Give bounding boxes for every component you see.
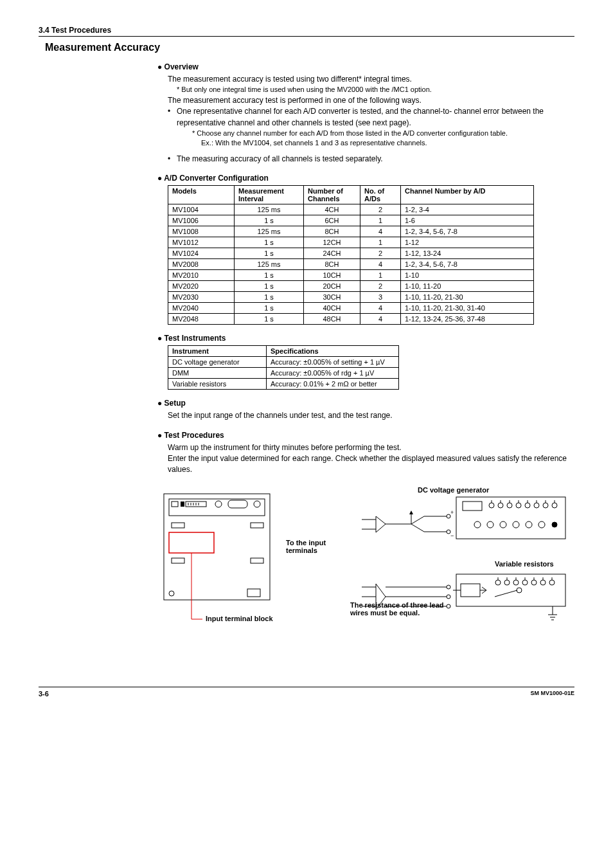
svg-rect-18 [247,589,260,597]
cell-model: MV2030 [168,292,235,303]
overview-bullet1a: One representative channel for each A/D … [177,107,452,116]
cell-channel-number: 1-2, 3-4, 5-6, 7-8 [401,226,534,237]
th-models: Models [168,186,235,204]
svg-rect-19 [169,532,214,553]
cell-channel-number: 1-12, 13-24, 25-36, 37-48 [401,314,534,325]
svg-point-49 [543,503,548,508]
overview-note1: * But only one integral time is used whe… [177,85,574,95]
setup-text: Set the input range of the channels unde… [168,410,574,421]
cell-spec: Accuracy: 0.01% + 2 mΩ or better [267,379,399,390]
page-number: 3-6 [39,690,49,698]
section-header: 3.4 Test Procedures [39,26,574,37]
variable-resistors-label: Variable resistors [495,560,554,568]
cell-channel-number: 1-12 [401,237,534,248]
cell-ads: 1 [360,270,401,281]
cell-instrument: DC voltage generator [168,357,267,368]
svg-point-81 [513,580,519,585]
cell-model: MV2008 [168,259,235,270]
cell-interval: 125 ms [235,204,304,215]
table-row: MV1004125 ms4CH21-2, 3-4 [168,204,534,215]
cell-interval: 125 ms [235,259,304,270]
cell-model: MV2048 [168,314,235,325]
cell-channel-number: 1-2, 3-4, 5-6, 7-8 [401,259,534,270]
svg-rect-74 [461,584,480,597]
cell-channels: 6CH [304,215,360,226]
cell-interval: 1 s [235,237,304,248]
svg-text:−: − [450,532,454,539]
overview-line2: The measurement accuracy test is perform… [168,95,574,106]
cell-interval: 1 s [235,215,304,226]
cell-interval: 1 s [235,281,304,292]
cell-channel-number: 1-2, 3-4 [401,204,534,215]
svg-rect-13 [172,523,184,528]
table-row: MV1008125 ms8CH41-2, 3-4, 5-6, 7-8 [168,226,534,237]
table-row: MV20301 s30CH31-10, 11-20, 21-30 [168,292,534,303]
wiring-diagram: + − [157,487,574,667]
svg-point-87 [540,580,546,585]
cell-channels: 8CH [304,259,360,270]
dc-generator-label: DC voltage generator [418,486,489,494]
svg-point-57 [526,521,532,528]
svg-text:+: + [450,509,454,516]
input-terminal-label: Input terminal block [206,615,273,622]
cell-channel-number: 1-10 [401,270,534,281]
cell-ads: 4 [360,314,401,325]
th-cn: Channel Number by A/D [401,186,534,204]
overview-note2a: * Choose any channel number for each A/D… [192,129,574,138]
cell-channel-number: 1-10, 11-20 [401,281,534,292]
svg-rect-73 [456,574,565,606]
cell-channel-number: 1-10, 11-20, 21-30 [401,292,534,303]
svg-point-92 [517,588,522,593]
cell-channels: 20CH [304,281,360,292]
svg-point-51 [552,503,557,508]
svg-rect-36 [463,502,482,511]
table-row: DMMAccuracy: ±0.005% of rdg + 1 µV [168,368,399,379]
cell-interval: 1 s [235,314,304,325]
cell-ads: 2 [360,281,401,292]
doc-id: SM MV1000-01E [530,690,574,698]
cell-ads: 4 [360,259,401,270]
table-row: MV10121 s12CH11-12 [168,237,534,248]
svg-line-28 [411,524,424,532]
table-row: MV10061 s6CH11-6 [168,215,534,226]
svg-point-89 [549,580,555,585]
cell-channels: 10CH [304,270,360,281]
adc-heading: ● A/D Converter Configuration [157,174,574,183]
setup-heading: ● Setup [157,399,574,408]
cell-interval: 1 s [235,303,304,314]
svg-line-91 [495,590,517,597]
cell-ads: 1 [360,215,401,226]
cell-model: MV2020 [168,281,235,292]
cell-spec: Accuracy: ±0.005% of setting + 1 µV [267,357,399,368]
svg-rect-3 [181,502,184,507]
svg-point-54 [487,521,493,528]
cell-ads: 2 [360,248,401,259]
svg-point-17 [169,591,174,596]
svg-point-55 [500,521,506,528]
cell-channels: 30CH [304,292,360,303]
cell-interval: 125 ms [235,226,304,237]
adc-table: Models Measurement Interval Number of Ch… [168,185,534,325]
overview-heading: ● Overview [157,62,574,71]
cell-model: MV1024 [168,248,235,259]
table-row: MV20481 s48CH41-12, 13-24, 25-36, 37-48 [168,314,534,325]
svg-point-59 [552,522,557,527]
procedures-line2: Enter the input value determined for eac… [168,453,574,476]
th-mi: Measurement Interval [235,186,304,204]
cell-model: MV1012 [168,237,235,248]
cell-instrument: Variable resistors [168,379,267,390]
table-row: Variable resistorsAccuracy: 0.01% + 2 mΩ… [168,379,399,390]
svg-rect-15 [172,558,184,563]
svg-point-77 [495,580,501,585]
svg-rect-14 [251,523,263,528]
svg-rect-0 [164,494,270,600]
cell-interval: 1 s [235,292,304,303]
table-row: DC voltage generatorAccuracy: ±0.005% of… [168,357,399,368]
svg-point-37 [489,503,494,508]
cell-channels: 24CH [304,248,360,259]
diagram-svg: + − [157,487,582,655]
th-ad: No. of A/Ds [360,186,401,204]
cell-channels: 8CH [304,226,360,237]
svg-point-47 [534,503,539,508]
cell-channel-number: 1-6 [401,215,534,226]
